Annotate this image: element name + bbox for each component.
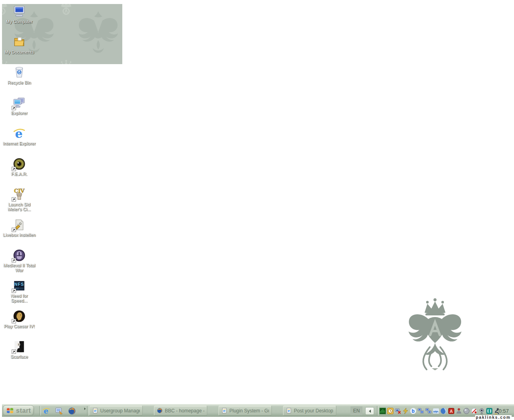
ie-page-icon: e (221, 408, 227, 414)
damask-crest-ornament (405, 296, 465, 374)
desktop-icon-internet-explorer[interactable]: eInternet Explorer (2, 127, 36, 157)
desktop-icon-livebox-instellen[interactable]: Livebox instellen (2, 218, 36, 248)
medieval-icon (12, 248, 26, 262)
tray-collapse-button[interactable] (365, 407, 374, 415)
taskbar-task-area: eUsergroup Manager ...BBC - homepage - H… (89, 406, 348, 416)
taskbar: start e eUsergroup Manager ...BBC - home… (2, 404, 514, 417)
bottom-strip (0, 417, 514, 420)
tray-waves-icon[interactable] (433, 408, 439, 414)
desktop-icon-label: Play Caesar IV! (2, 324, 36, 329)
shortcut-arrow-icon (12, 167, 16, 171)
desktop-icon-label: Medieval II Total War (2, 263, 36, 273)
shortcut-arrow-icon (12, 319, 16, 323)
desktop-icon-launch-sid-meier-s-ci[interactable]: CIVLaunch Sid Meier's Ci... (2, 188, 36, 218)
shortcut-arrow-icon (12, 106, 16, 110)
shortcut-arrow-icon (12, 289, 16, 293)
tray-blocked-icon[interactable] (471, 408, 478, 414)
desktop-icon-label: Launch Sid Meier's Ci... (2, 202, 36, 212)
task-button-label: BBC - homepage - H... (165, 408, 204, 414)
desktop-icon-label: Need for Speed... (2, 293, 36, 303)
svg-text:A: A (450, 408, 453, 413)
svg-text:e: e (44, 407, 49, 415)
task-button-label: Plugin System - Gup... (229, 408, 269, 414)
desktop-icon-label: F.E.A.R. (2, 172, 36, 176)
system-tray: bA (379, 407, 500, 414)
livebox-icon (12, 218, 26, 232)
quick-launch-overflow-chevron[interactable] (83, 407, 87, 411)
task-button-label: Post your Desktop...... (294, 408, 334, 414)
caesar-icon (12, 309, 26, 323)
desktop-icon-my-documents[interactable]: My Documents (2, 35, 36, 66)
ie-page-icon: e (286, 408, 292, 414)
desktop-icon-my-computer[interactable]: My Computer (2, 5, 36, 35)
svg-text:e: e (223, 408, 226, 413)
desktop: My ComputerMy DocumentsRecycle BinExplor… (2, 4, 514, 404)
windows-flag-icon (6, 407, 14, 414)
tray-antivirus-a-icon[interactable]: A (448, 408, 455, 414)
desktop-icon-recycle-bin[interactable]: Recycle Bin (2, 66, 36, 96)
nfs-icon: NFS (12, 279, 26, 293)
ie-page-icon: e (92, 408, 98, 414)
my-documents-icon (12, 35, 26, 49)
firefox-icon (157, 408, 163, 414)
tray-teal-chat-icon[interactable] (486, 408, 493, 414)
start-button[interactable]: start (3, 405, 34, 416)
tray-grey-sphere-icon[interactable] (463, 408, 470, 414)
quick-launch-firefox-icon[interactable] (68, 407, 76, 415)
tray-messenger-sphere-icon[interactable] (440, 408, 447, 414)
quick-launch-bar: e (42, 406, 76, 416)
desktop-icon-label: Livebox instellen (2, 232, 36, 237)
tray-person-icon[interactable] (455, 408, 462, 414)
internet-explorer-icon: e (12, 127, 26, 140)
explorer-icon (12, 96, 26, 110)
desktop-icon-play-caesar-iv[interactable]: Play Caesar IV! (2, 309, 36, 340)
svg-text:NFS: NFS (14, 282, 24, 287)
taskbar-task-post-your-desktop[interactable]: ePost your Desktop...... (283, 406, 336, 416)
desktop-icon-column: My ComputerMy DocumentsRecycle BinExplor… (2, 5, 36, 370)
desktop-icon-label: Recycle Bin (2, 80, 36, 85)
desktop-icon-label: Scarface (2, 354, 36, 359)
tray-webcam-icon[interactable] (478, 408, 485, 414)
tray-flash-icon[interactable] (402, 408, 409, 414)
desktop-icon-label: Explorer (2, 111, 36, 115)
start-button-label: start (16, 407, 31, 414)
desktop-icon-label: My Computer (2, 19, 36, 24)
taskbar-task-plugin-system-gup[interactable]: ePlugin System - Gup... (219, 406, 272, 416)
civilization-icon: CIV (12, 188, 26, 201)
desktop-icon-explorer[interactable]: Explorer (2, 96, 36, 127)
svg-text:e: e (94, 408, 97, 413)
taskbar-task-bbc-homepage-h[interactable]: BBC - homepage - H... (154, 406, 207, 416)
recycle-bin-icon (12, 66, 26, 79)
fear-eye-icon (12, 157, 26, 171)
desktop-icon-f-e-a-r[interactable]: F.E.A.R. (2, 157, 36, 188)
shortcut-arrow-icon (12, 197, 16, 202)
tray-lan-icon[interactable] (417, 408, 424, 414)
desktop-icon-scarface[interactable]: Scarface (2, 340, 36, 370)
quick-launch-internet-explorer-icon[interactable]: e (42, 407, 51, 415)
language-indicator[interactable]: EN (350, 406, 362, 415)
tray-network-activity-icon[interactable] (379, 408, 386, 414)
taskbar-separator (377, 406, 378, 416)
tray-bittorrent-icon[interactable]: b (410, 408, 417, 414)
svg-text:CIV: CIV (14, 188, 25, 194)
desktop-icon-label: My Documents (2, 50, 36, 55)
desktop-icon-need-for-speed[interactable]: NFSNeed for Speed... (2, 279, 36, 309)
scarface-icon (12, 340, 26, 353)
taskbar-separator (87, 406, 89, 416)
tray-lan-icon[interactable] (425, 408, 432, 414)
shortcut-arrow-icon (12, 349, 16, 354)
taskbar-task-usergroup-manager[interactable]: eUsergroup Manager ... (89, 406, 143, 416)
desktop-icon-label: Internet Explorer (2, 141, 36, 146)
quick-launch-show-desktop-icon[interactable] (55, 407, 63, 415)
watermark-text: paklinks.com (475, 415, 512, 420)
task-button-label: Usergroup Manager ... (100, 408, 140, 414)
svg-text:e: e (288, 408, 290, 413)
chevron-left-icon (369, 410, 371, 413)
tray-network-offline-icon[interactable] (395, 408, 401, 414)
taskbar-separator (39, 406, 41, 416)
tray-alarm-clock-icon[interactable] (387, 408, 394, 414)
svg-text:b: b (412, 408, 415, 414)
desktop-icon-medieval-ii-total-war[interactable]: Medieval II Total War (2, 248, 36, 279)
shortcut-arrow-icon (12, 228, 16, 232)
my-computer-icon (12, 5, 26, 18)
